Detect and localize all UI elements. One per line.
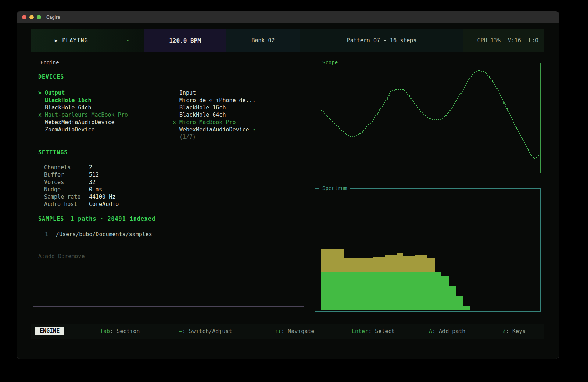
device-label: (1/7) xyxy=(179,133,196,141)
scope-sample-dot xyxy=(419,109,420,110)
footer-key-hint: Enter: Select xyxy=(352,328,395,335)
scope-sample-dot xyxy=(447,113,448,114)
scope-sample-dot xyxy=(380,108,381,109)
scope-sample-dot xyxy=(503,102,505,104)
scope-sample-dot xyxy=(444,116,445,117)
scope-sample-dot xyxy=(534,158,535,159)
scope-sample-dot xyxy=(510,115,511,116)
marker-spacer xyxy=(38,119,45,126)
device-row[interactable]: BlackHole 16ch xyxy=(173,104,298,111)
dropdown-indicator-icon: ▾ xyxy=(253,126,256,133)
bank-segment[interactable]: Bank 02 xyxy=(226,29,300,52)
device-row[interactable]: xHaut-parleurs MacBook Pro xyxy=(38,111,161,119)
active-marker: x xyxy=(173,119,179,126)
scope-sample-dot xyxy=(410,98,412,99)
pattern-segment[interactable]: Pattern 07 - 16 steps xyxy=(300,29,463,52)
scope-sample-dot xyxy=(324,113,325,114)
scope-sample-dot xyxy=(429,118,430,119)
spectrum-band-step xyxy=(397,253,403,272)
scope-sample-dot xyxy=(336,125,337,126)
settings-row[interactable]: Channels2 xyxy=(33,164,304,171)
scope-sample-dot xyxy=(425,115,426,116)
scope-sample-dot xyxy=(495,86,496,87)
scope-sample-dot xyxy=(465,85,466,86)
scope-sample-dot xyxy=(464,87,465,88)
settings-row[interactable]: Sample rate44100 Hz xyxy=(33,193,304,201)
settings-row[interactable]: Voices32 xyxy=(33,179,304,186)
scope-sample-dot xyxy=(420,111,421,112)
device-label: WebexMediaAudioDevice xyxy=(179,126,249,133)
scope-sample-dot xyxy=(499,93,500,94)
scope-sample-dot xyxy=(453,105,454,106)
engine-panel-label: Engine xyxy=(37,60,62,65)
scope-sample-dot xyxy=(395,89,397,90)
scope-sample-dot xyxy=(388,95,390,96)
spectrum-band-step xyxy=(321,249,344,272)
setting-value: CoreAudio xyxy=(89,201,119,208)
scope-sample-dot xyxy=(404,90,405,91)
device-row[interactable]: WebexMediaAudioDevice xyxy=(38,119,161,126)
divider xyxy=(37,226,299,226)
titlebar[interactable]: Cagire xyxy=(17,11,559,23)
scope-sample-dot xyxy=(379,109,380,111)
scope-sample-dot xyxy=(382,106,383,107)
settings-row[interactable]: Buffer512 xyxy=(33,171,304,179)
scope-sample-dot xyxy=(356,135,357,136)
device-row[interactable]: BlackHole 64ch xyxy=(173,111,298,119)
setting-label: Buffer xyxy=(44,171,64,179)
setting-value: 44100 Hz xyxy=(89,193,115,201)
scope-sample-dot xyxy=(412,100,413,101)
device-row[interactable]: ZoomAudioDevice xyxy=(38,126,161,133)
scope-sample-dot xyxy=(390,91,391,92)
scope-sample-dot xyxy=(409,96,410,97)
scope-sample-dot xyxy=(442,118,443,119)
footer-key: ↔ xyxy=(179,328,182,335)
scope-sample-dot xyxy=(370,123,371,124)
device-label: WebexMediaAudioDevice xyxy=(45,119,115,126)
settings-row[interactable]: Nudge0 ms xyxy=(33,186,304,193)
scope-sample-dot xyxy=(468,79,469,80)
device-row[interactable]: BlackHole 16ch xyxy=(38,97,161,104)
scope-sample-dot xyxy=(496,88,498,89)
engine-panel: Engine DEVICES >OutputBlackHole 16chBlac… xyxy=(33,63,304,307)
scope-sample-dot xyxy=(352,136,353,137)
bank-value: Bank 02 xyxy=(251,37,275,44)
device-row[interactable]: >Output xyxy=(38,89,161,97)
close-button[interactable] xyxy=(22,15,26,19)
scope-sample-dot xyxy=(383,104,384,105)
spectrum-band-step xyxy=(403,256,415,272)
scope-sample-dot xyxy=(339,128,340,129)
scope-sample-dot xyxy=(394,90,395,91)
transport-segment[interactable]: ▶ PLAYING - xyxy=(31,29,144,52)
scope-sample-dot xyxy=(343,131,344,132)
sample-path-row[interactable]: 1/Users/bubo/Documents/samples xyxy=(33,231,304,238)
scope-sample-dot xyxy=(519,133,520,134)
maximize-button[interactable] xyxy=(37,15,41,19)
scope-sample-dot xyxy=(451,108,452,109)
settings-row[interactable]: Audio hostCoreAudio xyxy=(33,201,304,208)
divider xyxy=(164,89,164,141)
device-row[interactable]: Micro de « iPhone de... xyxy=(173,97,298,104)
device-row[interactable]: xMicro MacBook Pro xyxy=(173,119,298,126)
device-row[interactable]: BlackHole 64ch xyxy=(38,104,161,111)
footer-key-hint: A: Add path xyxy=(429,328,465,335)
marker-spacer xyxy=(173,126,179,133)
scope-sample-dot xyxy=(511,117,512,118)
scope-sample-dot xyxy=(531,155,532,156)
device-row[interactable]: (1/7) xyxy=(173,133,298,141)
scope-sample-dot xyxy=(365,128,366,129)
spectrum-band-step xyxy=(427,258,435,272)
traffic-lights xyxy=(22,15,41,19)
scope-sample-dot xyxy=(452,107,453,108)
device-row[interactable]: WebexMediaAudioDevice▾ xyxy=(173,126,298,133)
settings-heading: SETTINGS xyxy=(38,149,68,156)
setting-label: Voices xyxy=(44,179,64,186)
scope-sample-dot xyxy=(467,81,468,82)
footer-key-hint: Tab: Section xyxy=(100,328,140,335)
device-row[interactable]: Input xyxy=(173,89,298,97)
scope-sample-dot xyxy=(455,101,456,102)
minimize-button[interactable] xyxy=(29,15,34,19)
scope-sample-dot xyxy=(321,110,322,111)
bpm-segment[interactable]: 120.0 BPM xyxy=(144,29,226,52)
scope-sample-dot xyxy=(483,71,484,72)
